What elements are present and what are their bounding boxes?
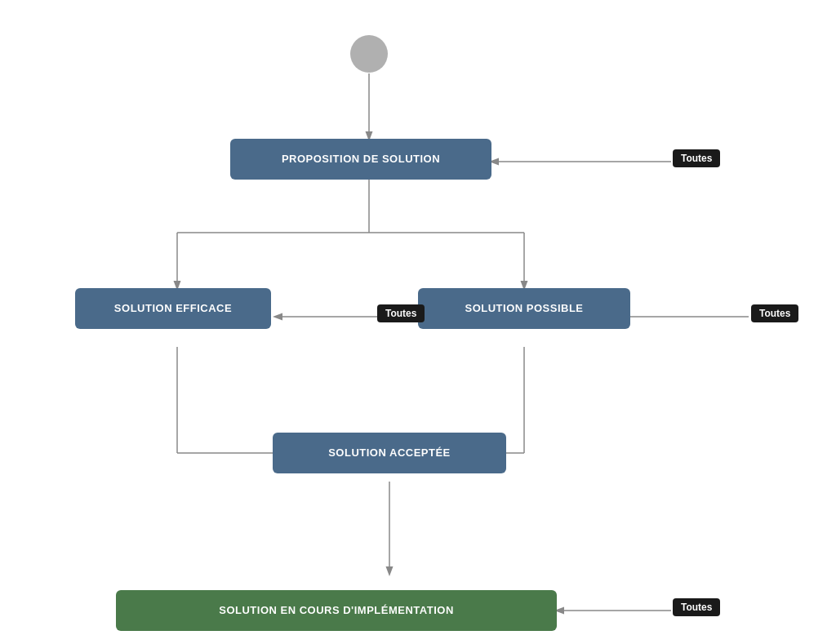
- start-circle: [350, 35, 388, 73]
- badge-toutes-solution-possible[interactable]: Toutes: [751, 304, 798, 322]
- badge-toutes-solution-efficace[interactable]: Toutes: [377, 304, 425, 322]
- node-proposition[interactable]: PROPOSITION DE SOLUTION: [230, 139, 491, 180]
- node-solution-acceptee-label: SOLUTION ACCEPTÉE: [328, 446, 451, 459]
- node-solution-possible-label: SOLUTION POSSIBLE: [465, 302, 583, 314]
- node-solution-possible[interactable]: SOLUTION POSSIBLE: [418, 288, 630, 329]
- node-solution-implementation[interactable]: SOLUTION EN COURS D'IMPLÉMENTATION: [116, 590, 557, 631]
- node-solution-acceptee[interactable]: SOLUTION ACCEPTÉE: [273, 433, 506, 473]
- badge-toutes-proposition[interactable]: Toutes: [673, 149, 720, 167]
- node-solution-efficace[interactable]: SOLUTION EFFICACE: [75, 288, 271, 329]
- badge-toutes-implementation[interactable]: Toutes: [673, 598, 720, 616]
- node-proposition-label: PROPOSITION DE SOLUTION: [282, 153, 440, 165]
- node-solution-efficace-label: SOLUTION EFFICACE: [114, 302, 232, 314]
- node-solution-implementation-label: SOLUTION EN COURS D'IMPLÉMENTATION: [219, 604, 454, 616]
- diagram-container: PROPOSITION DE SOLUTION SOLUTION POSSIBL…: [51, 12, 785, 633]
